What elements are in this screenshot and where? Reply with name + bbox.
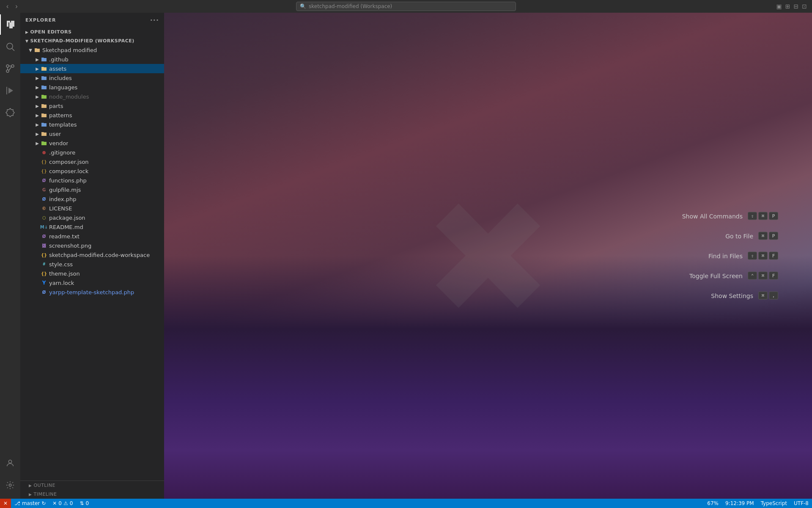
go-to-file-label: Go to File <box>725 232 753 239</box>
yarpp-php-icon: Ø <box>41 289 47 295</box>
layout-icon-2[interactable]: ⊞ <box>785 3 790 10</box>
tree-item-license[interactable]: ▶ © LICENSE <box>20 204 164 213</box>
tree-item-vendor[interactable]: ▶ vendor <box>20 138 164 148</box>
sync-icon: ↻ <box>41 500 46 506</box>
outline-panel[interactable]: ▶ Outline <box>20 481 164 490</box>
activity-item-settings[interactable] <box>0 475 20 495</box>
package-json-label: package.json <box>49 215 85 221</box>
svg-line-1 <box>12 49 15 51</box>
statusbar-time[interactable]: 9:12:39 PM <box>722 499 757 508</box>
user-label: user <box>49 131 61 137</box>
tree-item-readme-md[interactable]: ▶ M↓ README.md <box>20 222 164 232</box>
vendor-folder-icon <box>41 140 47 146</box>
tree-root[interactable]: ▼ Sketchpad modified <box>20 45 164 55</box>
tree-item-composer-json[interactable]: ▶ {} composer.json <box>20 157 164 166</box>
svg-point-0 <box>7 43 13 49</box>
activity-item-extensions[interactable] <box>0 102 20 123</box>
layout-icon-4[interactable]: ⊡ <box>802 3 807 10</box>
layout-icon-1[interactable]: ▣ <box>776 3 782 10</box>
tree-item-style-css[interactable]: ▶ ＃ style.css <box>20 260 164 269</box>
style-css-icon: ＃ <box>41 261 47 268</box>
tree-item-github[interactable]: ▶ .github <box>20 55 164 64</box>
open-editors-label: Open Editors <box>30 29 71 35</box>
forward-button[interactable]: › <box>13 2 19 11</box>
composer-json-icon: {} <box>41 158 47 165</box>
statusbar-branch[interactable]: ⎇ master ↻ <box>11 499 49 508</box>
tree-item-includes[interactable]: ▶ includes <box>20 73 164 83</box>
key-cmd-2: ⌘ <box>758 232 768 240</box>
key-shift-2: ⇧ <box>748 252 757 260</box>
svg-point-3 <box>6 65 9 67</box>
tree-item-gitignore[interactable]: ▶ ⊗ .gitignore <box>20 148 164 157</box>
tree-item-index-php[interactable]: ▶ Ø index.php <box>20 194 164 204</box>
back-button[interactable]: ‹ <box>4 2 11 11</box>
more-icon[interactable]: ··· <box>150 16 159 24</box>
statusbar-error-item[interactable]: ✕ <box>0 499 11 508</box>
show-settings-label: Show Settings <box>711 292 753 299</box>
tree-item-yarn-lock[interactable]: ▶ Y yarn.lock <box>20 278 164 287</box>
statusbar-zoom[interactable]: 67% <box>704 499 722 508</box>
index-php-icon: Ø <box>41 196 47 202</box>
tree-item-languages[interactable]: ▶ languages <box>20 83 164 92</box>
sidebar-title: Explorer <box>25 17 56 23</box>
key-p: P <box>769 212 778 220</box>
composer-json-label: composer.json <box>49 159 89 165</box>
sidebar-header: Explorer ··· <box>20 13 164 28</box>
tree-item-yarpp-php[interactable]: ▶ Ø yarpp-template-sketchpad.php <box>20 287 164 297</box>
tree-item-theme-json[interactable]: ▶ {} theme.json <box>20 269 164 278</box>
tree-item-workspace-file[interactable]: ▶ {} sketchpad-modified.code-workspace <box>20 250 164 260</box>
tree-item-readme-txt[interactable]: ▶ Ø readme.txt <box>20 232 164 241</box>
templates-label: templates <box>49 121 77 128</box>
tree-item-functions-php[interactable]: ▶ Ø functions.php <box>20 176 164 185</box>
tree-item-templates[interactable]: ▶ templates <box>20 120 164 129</box>
layout-icon-3[interactable]: ⊟ <box>794 3 799 10</box>
open-editors-arrow: ▶ <box>25 30 28 34</box>
tree-item-assets[interactable]: ▶ assets <box>20 64 164 73</box>
tree-item-composer-lock[interactable]: ▶ {} composer.lock <box>20 166 164 176</box>
activity-item-source-control[interactable] <box>0 58 20 79</box>
yarn-lock-icon: Y <box>41 279 47 286</box>
workspace-file-label: sketchpad-modified.code-workspace <box>49 252 150 258</box>
tree-item-node-modules[interactable]: ▶ node_modules <box>20 92 164 101</box>
tree-item-package-json[interactable]: ▶ ⬡ package.json <box>20 213 164 222</box>
style-css-label: style.css <box>49 261 73 268</box>
statusbar-encoding[interactable]: UTF-8 <box>790 499 812 508</box>
screenshot-label: screenshot.png <box>49 243 91 249</box>
readme-txt-label: readme.txt <box>49 233 80 240</box>
readme-txt-icon: Ø <box>41 233 47 240</box>
statusbar-errors[interactable]: ✕ 0 ⚠ 0 <box>49 499 76 508</box>
branch-name: master <box>22 500 40 506</box>
activity-item-search[interactable] <box>0 36 20 57</box>
statusbar-right: 67% 9:12:39 PM TypeScript UTF-8 <box>704 499 812 508</box>
tree-item-patterns[interactable]: ▶ patterns <box>20 110 164 120</box>
workspace-section[interactable]: ▼ Sketchpad-Modified (Workspace) <box>20 36 164 45</box>
activity-item-explorer[interactable] <box>0 14 20 35</box>
patterns-folder-icon <box>41 112 47 119</box>
key-shift: ⇧ <box>748 212 757 220</box>
tree-item-parts[interactable]: ▶ parts <box>20 101 164 110</box>
timeline-panel[interactable]: ▶ Timeline <box>20 490 164 499</box>
zoom-value: 67% <box>707 500 719 506</box>
includes-folder-icon <box>41 75 47 81</box>
tree-item-gulpfile[interactable]: ▶ G gulpfile.mjs <box>20 185 164 194</box>
warnings-icon: ⚠ <box>63 500 68 506</box>
patterns-label: patterns <box>49 112 72 119</box>
tree-item-screenshot[interactable]: ▶ 🖼 screenshot.png <box>20 241 164 250</box>
toggle-fullscreen-keys: ⌃ ⌘ F <box>748 272 778 280</box>
sidebar-bottom: ▶ Outline ▶ Timeline <box>20 480 164 499</box>
key-cmd-5: ⌘ <box>758 292 768 300</box>
statusbar-language[interactable]: TypeScript <box>757 499 790 508</box>
assets-label: assets <box>49 66 66 72</box>
language-value: TypeScript <box>761 500 787 506</box>
toggle-fullscreen: Toggle Full Screen ⌃ ⌘ F <box>689 272 778 280</box>
open-editors-section[interactable]: ▶ Open Editors <box>20 28 164 36</box>
activity-item-accounts[interactable] <box>0 453 20 473</box>
warnings-count: 0 <box>70 500 73 506</box>
svg-point-4 <box>11 65 14 67</box>
go-to-file: Go to File ⌘ P <box>725 232 778 240</box>
titlebar-search[interactable]: 🔍 sketchpad-modified (Workspace) <box>296 2 516 11</box>
tree-item-user[interactable]: ▶ user <box>20 129 164 138</box>
package-json-icon: ⬡ <box>41 214 47 221</box>
activity-item-run[interactable] <box>0 80 20 101</box>
statusbar-remote[interactable]: ⇅ 0 <box>76 499 92 508</box>
